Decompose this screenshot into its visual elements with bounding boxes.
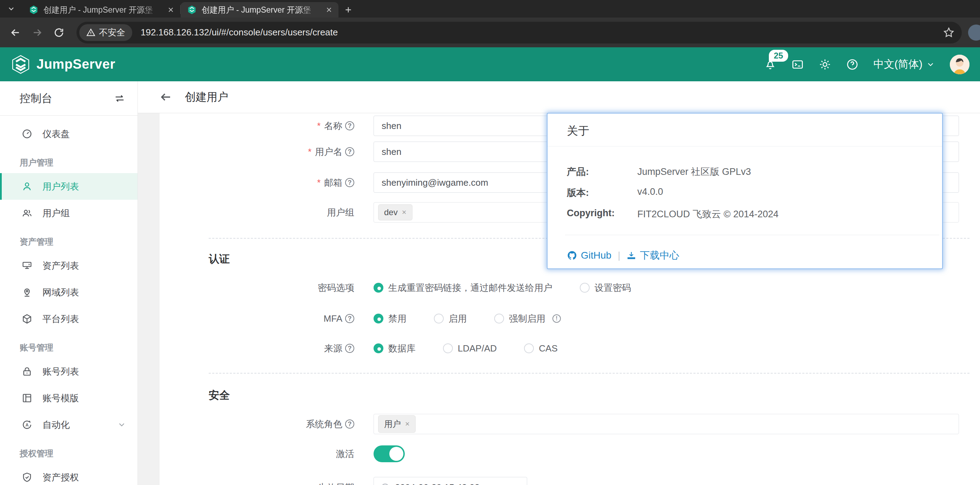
valid-date-label: 生效日期 <box>159 482 354 485</box>
version-label: 版本: <box>567 186 637 199</box>
sidebar-group-permissions: 授权管理 <box>0 438 137 464</box>
reload-button[interactable] <box>50 24 68 42</box>
help-icon[interactable]: ? <box>345 121 354 130</box>
language-selector[interactable]: 中文(简体) <box>873 57 935 71</box>
sidebar-item-label: 用户列表 <box>43 181 79 193</box>
about-copyright-row: Copyright: FIT2CLOUD 飞致云 © 2014-2024 <box>567 208 779 220</box>
chevron-down-icon[interactable] <box>117 420 126 429</box>
users-icon <box>21 208 33 219</box>
help-icon[interactable]: ? <box>345 147 354 156</box>
security-chip[interactable]: 不安全 <box>79 24 132 41</box>
view-switch-icon[interactable] <box>114 92 126 105</box>
radio-icon <box>434 314 444 323</box>
server-icon <box>21 260 33 271</box>
new-tab-button[interactable] <box>339 2 358 17</box>
warning-icon <box>86 28 95 37</box>
help-icon[interactable]: ? <box>345 178 354 187</box>
valid-date-input[interactable]: 2094-06-29 15:42:02 <box>374 477 527 485</box>
radio-set-password[interactable]: 设置密码 <box>580 282 631 294</box>
radio-icon <box>494 314 504 323</box>
about-product-row: 产品: JumpServer 社区版 GPLv3 <box>567 165 751 178</box>
sidebar-header: 控制台 <box>0 81 137 116</box>
dialog-divider <box>547 146 942 146</box>
form-row-valid-date: 生效日期 2094-06-29 15:42:02 <box>159 477 969 485</box>
version-value: v4.0.0 <box>637 186 663 199</box>
help-icon[interactable]: ? <box>345 420 354 429</box>
download-center-link[interactable]: 下载中心 <box>627 249 679 262</box>
sidebar-item-dashboard[interactable]: 仪表盘 <box>0 120 137 147</box>
radio-icon <box>443 344 453 353</box>
jumpserver-logo[interactable]: JumpServer <box>11 54 115 74</box>
language-label: 中文(简体) <box>873 57 923 71</box>
link-separator: | <box>618 250 620 261</box>
github-icon <box>567 250 578 261</box>
about-links: GitHub | 下载中心 <box>567 249 679 262</box>
back-arrow-icon[interactable] <box>159 91 172 103</box>
active-toggle[interactable] <box>374 445 405 462</box>
about-dialog-title: 关于 <box>567 124 589 139</box>
help-icon[interactable]: ? <box>345 314 354 323</box>
security-chip-label: 不安全 <box>99 27 125 38</box>
tab-title: 创建用户 - JumpServer 开源堡 <box>202 5 320 16</box>
tab-search-button[interactable] <box>0 0 22 17</box>
sidebar-item-account-template[interactable]: 账号模版 <box>0 385 137 411</box>
close-icon[interactable] <box>167 6 175 14</box>
bookmark-star-icon[interactable] <box>943 27 955 38</box>
forward-button[interactable] <box>28 24 46 42</box>
browser-tab-2-active[interactable]: 创建用户 - JumpServer 开源堡 <box>181 2 339 17</box>
radio-mfa-enable[interactable]: 启用 <box>434 312 467 325</box>
radio-source-database[interactable]: 数据库 <box>374 342 416 355</box>
form-row-system-role: 系统角色? 用户× <box>159 414 969 434</box>
sidebar-item-label: 资产列表 <box>43 260 79 272</box>
role-tag: 用户× <box>378 415 416 433</box>
sidebar-title: 控制台 <box>20 91 52 106</box>
sidebar-item-label: 账号列表 <box>43 366 79 378</box>
github-link[interactable]: GitHub <box>567 250 611 261</box>
sidebar-item-platform-list[interactable]: 平台列表 <box>0 306 137 332</box>
user-avatar[interactable] <box>950 55 969 74</box>
sidebar-item-user-groups[interactable]: 用户组 <box>0 200 137 227</box>
system-role-select[interactable]: 用户× <box>374 414 959 434</box>
back-button[interactable] <box>6 24 25 42</box>
radio-source-ldap[interactable]: LDAP/AD <box>443 343 497 354</box>
remove-tag-icon[interactable]: × <box>402 208 407 217</box>
system-role-label: 系统角色? <box>159 418 354 430</box>
sidebar-item-user-list[interactable]: 用户列表 <box>0 173 137 200</box>
sidebar-item-automation[interactable]: A 自动化 <box>0 411 137 438</box>
sidebar-item-label: 资产授权 <box>43 471 79 483</box>
lock-icon <box>21 366 33 377</box>
active-label: 激活 <box>159 448 354 460</box>
address-bar[interactable]: 不安全 192.168.126.132/ui/#/console/users/u… <box>76 22 962 43</box>
sidebar-item-asset-list[interactable]: 资产列表 <box>0 252 137 279</box>
sidebar: 控制台 仪表盘 用户管理 用户列表 用户组 资产管理 资产列表 网域列表 平台列… <box>0 81 138 485</box>
copyright-label: Copyright: <box>567 208 637 220</box>
radio-source-cas[interactable]: CAS <box>524 343 557 354</box>
gauge-icon <box>21 128 33 139</box>
browser-profile-avatar[interactable] <box>968 25 980 41</box>
radio-reset-link[interactable]: 生成重置密码链接，通过邮件发送给用户 <box>374 282 552 294</box>
jumpserver-favicon <box>29 5 38 15</box>
radio-mfa-disable[interactable]: 禁用 <box>374 312 407 325</box>
url-text[interactable]: 192.168.126.132/ui/#/console/users/users… <box>141 27 943 38</box>
notifications-button[interactable]: 25 <box>764 58 776 71</box>
app-header: JumpServer 25 中文(简体) <box>0 47 980 81</box>
remove-tag-icon[interactable]: × <box>405 420 410 429</box>
gear-icon[interactable] <box>819 58 831 71</box>
email-label: *邮箱? <box>159 177 354 189</box>
close-icon[interactable] <box>325 6 333 14</box>
help-icon[interactable] <box>846 58 859 71</box>
web-terminal-icon[interactable] <box>791 58 804 71</box>
sidebar-item-label: 用户组 <box>43 207 70 219</box>
auth-section-title: 认证 <box>209 252 230 266</box>
sidebar-item-asset-permission[interactable]: 资产授权 <box>0 464 137 485</box>
user-icon <box>21 181 33 192</box>
form-row-active: 激活 <box>159 445 969 462</box>
about-version-row: 版本: v4.0.0 <box>567 186 663 199</box>
help-icon[interactable]: ? <box>345 344 354 353</box>
radio-mfa-force[interactable]: 强制启用! <box>494 312 561 325</box>
username-label: *用户名? <box>159 146 354 158</box>
form-row-source: 来源? 数据库 LDAP/AD CAS <box>159 341 969 355</box>
sidebar-item-account-list[interactable]: 账号列表 <box>0 358 137 385</box>
browser-tab-1[interactable]: 创建用户 - JumpServer 开源堡 <box>22 2 180 17</box>
sidebar-item-domain-list[interactable]: 网域列表 <box>0 279 137 306</box>
